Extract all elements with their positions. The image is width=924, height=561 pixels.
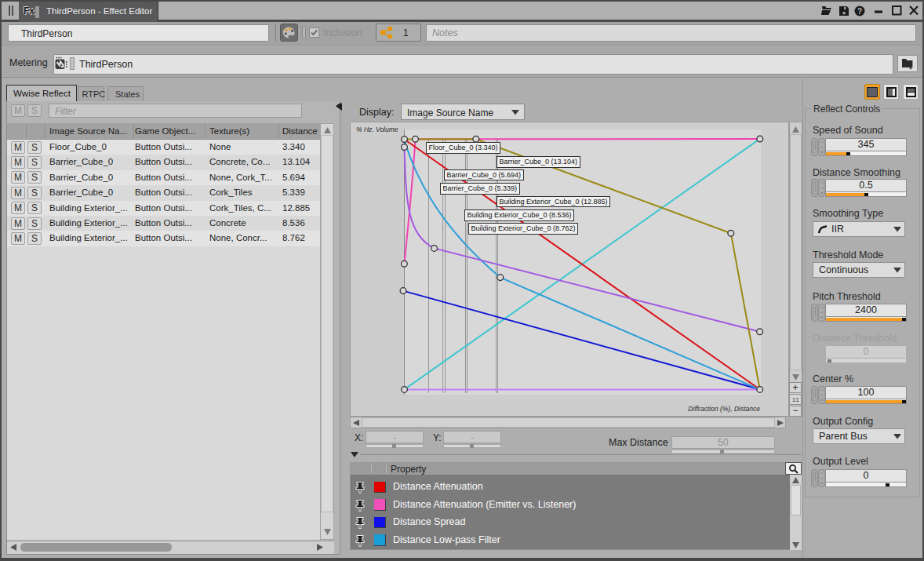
svg-text:?: ? (857, 6, 862, 16)
